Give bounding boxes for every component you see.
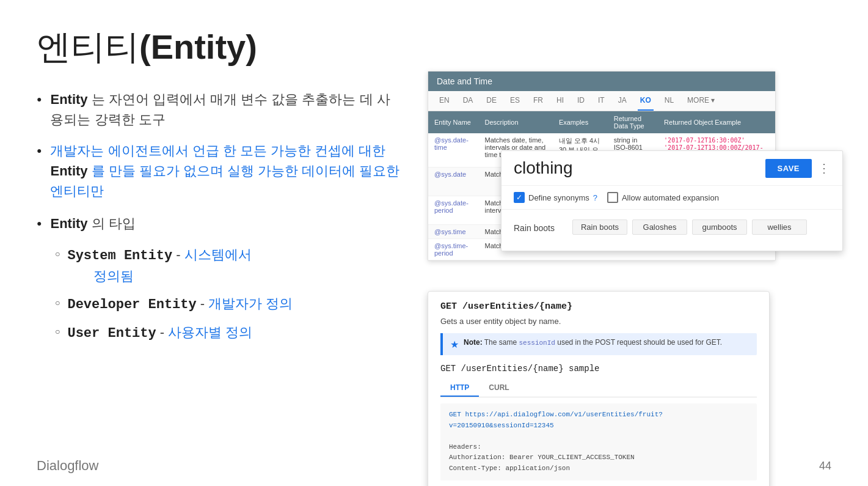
col-returned-obj: Returned Object Example (658, 111, 775, 133)
col-examples: Examples (553, 111, 608, 133)
left-panel: Entity 는 자연어 입력에서 매개 변수 값을 추출하는 데 사용되는 강… (37, 89, 403, 351)
tab-it[interactable]: IT (596, 91, 607, 111)
synonyms-row: Define synonyms ? Allow automated expans… (501, 186, 842, 210)
clothing-panel: clothing SAVE ⋮ Define synonyms ? Allow … (501, 150, 843, 251)
tab-http[interactable]: HTTP (440, 380, 479, 397)
bullet-item-2: 개발자는 에이전트에서 언급 한 모든 가능한 컨셉에 대한 Entity 를 … (37, 141, 403, 201)
synonyms-chips: Rain boots Galoshes gumboots wellies (572, 219, 807, 235)
more-options-button[interactable]: ⋮ (818, 161, 830, 175)
tab-es[interactable]: ES (508, 91, 522, 111)
help-icon: ? (593, 193, 597, 202)
footer-page: 44 (819, 460, 831, 473)
synonym-chip-wellies[interactable]: wellies (752, 219, 807, 235)
bullet-list: Entity 는 자연어 입력에서 매개 변수 값을 추출하는 데 사용되는 강… (37, 89, 403, 201)
tab-en[interactable]: EN (437, 91, 452, 111)
allow-auto-expand-label: Allow automated expansion (622, 193, 719, 202)
entity-bold-2: Entity (50, 163, 87, 179)
tab-id[interactable]: ID (575, 91, 587, 111)
right-panel: Date and Time EN DA DE ES FR HI ID IT JA… (428, 89, 831, 486)
entity-types-header-item: Entity 의 타입 (37, 213, 403, 234)
slide: 엔티티(Entity) Entity 는 자연어 입력에서 매개 변수 값을 추… (0, 0, 868, 486)
tab-more[interactable]: MORE ▾ (685, 91, 717, 111)
lang-tabs: EN DA DE ES FR HI ID IT JA KO NL MORE ▾ (428, 91, 775, 111)
bullet-item-1: Entity 는 자연어 입력에서 매개 변수 값을 추출하는 데 사용되는 강… (37, 89, 403, 130)
tab-hi[interactable]: HI (554, 91, 566, 111)
title-ko: 엔티티 (37, 28, 139, 66)
api-description: Gets a user entity object by name. (440, 317, 757, 326)
sub-item-system: System Entity - 시스템에서 정의됨 (55, 245, 403, 286)
synonym-chip-rainboots[interactable]: Rain boots (572, 219, 627, 235)
tab-de[interactable]: DE (484, 91, 499, 111)
panel-header: Date and Time (428, 72, 775, 91)
col-returned-type: Returned Data Type (608, 111, 658, 133)
save-button[interactable]: SAVE (765, 159, 812, 178)
entity-rows: Rain boots Rain boots Galoshes gumboots … (501, 210, 842, 251)
bullet-1-ko: 는 자연어 입력에서 매개 변수 값을 추출하는 데 사용되는 강력한 도구 (50, 92, 390, 127)
api-note: ★ Note: The same sessionId used in the P… (440, 333, 757, 355)
entity-bold-1: Entity (50, 92, 87, 107)
checkbox-unchecked-icon (607, 192, 618, 203)
tab-ja[interactable]: JA (616, 91, 629, 111)
footer-brand: Dialogflow (37, 458, 99, 474)
bullet-2-ko-colored-2: 를 만들 필요가 없으며 실행 가능한 데이터에 필요한 엔티티만 (50, 163, 399, 199)
entity-types-list: Entity 의 타입 (37, 213, 403, 234)
api-panel: GET /userEntities/{name} Gets a user ent… (428, 291, 770, 486)
code-block: GET https://api.dialogflow.com/v1/userEn… (440, 403, 757, 480)
tab-curl[interactable]: CURL (479, 380, 519, 397)
api-panel-content: GET /userEntities/{name} Gets a user ent… (428, 292, 769, 486)
entity-row-label: Rain boots (514, 219, 563, 233)
define-synonyms-checkbox[interactable]: Define synonyms ? (514, 192, 597, 203)
col-description: Description (479, 111, 553, 133)
entity-row-rainboots: Rain boots Rain boots Galoshes gumboots … (514, 219, 830, 235)
synonym-chip-gumboots[interactable]: gumboots (692, 219, 747, 235)
api-note-text: Note: The same sessionId used in the POS… (464, 338, 722, 347)
session-id-code: sessionId (519, 339, 555, 347)
allow-auto-expand-checkbox[interactable]: Allow automated expansion (607, 192, 719, 203)
tab-ko[interactable]: KO (638, 91, 654, 111)
sub-item-user: User Entity - 사용자별 정의 (55, 322, 403, 344)
sub-bullets: System Entity - 시스템에서 정의됨 Developer Enti… (55, 245, 403, 344)
api-tabs: HTTP CURL (440, 380, 757, 397)
entity-types-header: Entity 의 타입 (50, 213, 135, 234)
star-icon: ★ (450, 339, 459, 350)
synonym-chip-galoshes[interactable]: Galoshes (632, 219, 687, 235)
panel-title: Date and Time (437, 76, 492, 86)
sub-item-developer: Developer Entity - 개발자가 정의 (55, 293, 403, 315)
api-sample-title: GET /userEntities/{name} sample (440, 364, 757, 374)
bullet-2-ko-colored: 개발자는 에이전트에서 언급 한 모든 가능한 컨셉에 대한 (50, 143, 385, 158)
tab-da[interactable]: DA (461, 91, 476, 111)
checkbox-checked-icon (514, 192, 525, 203)
clothing-header: clothing SAVE ⋮ (501, 151, 842, 186)
tab-fr[interactable]: FR (531, 91, 545, 111)
api-endpoint: GET /userEntities/{name} (440, 301, 757, 312)
clothing-actions: SAVE ⋮ (765, 159, 830, 178)
slide-title: 엔티티(Entity) (37, 24, 831, 71)
title-en: (Entity) (139, 28, 257, 66)
note-bold: Note: (464, 338, 483, 347)
define-synonyms-label: Define synonyms (528, 193, 589, 202)
clothing-title: clothing (514, 158, 573, 178)
tab-nl[interactable]: NL (662, 91, 676, 111)
col-entity-name: Entity Name (428, 111, 479, 133)
